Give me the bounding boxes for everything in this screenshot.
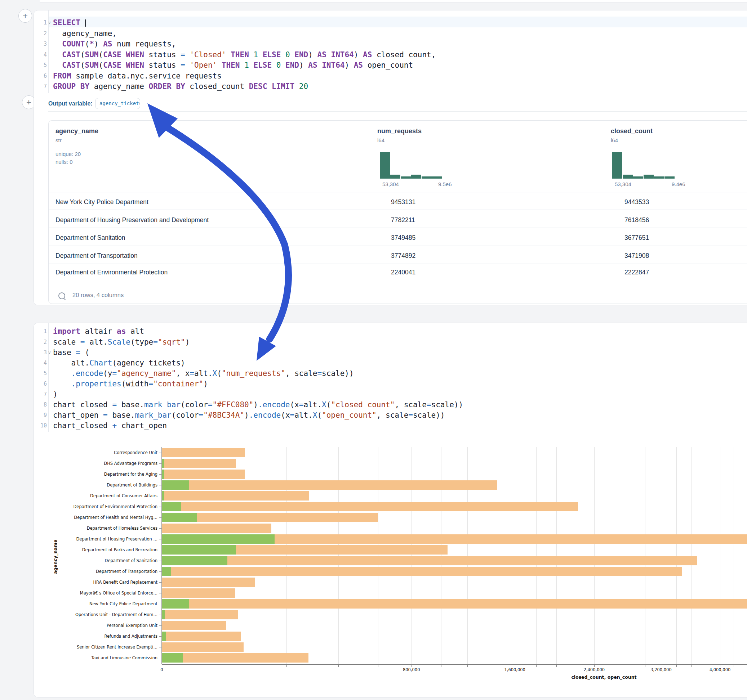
fold-caret-icon[interactable]: ∨ bbox=[48, 347, 51, 358]
histogram-bar bbox=[380, 152, 390, 179]
code-line[interactable]: base = ( bbox=[53, 347, 89, 358]
y-axis-label: Department of Consumer Affairs bbox=[34, 493, 157, 498]
line-number: 4 bbox=[34, 50, 47, 60]
column-type: str bbox=[56, 137, 62, 143]
y-axis-line bbox=[162, 447, 162, 664]
y-axis-label: Mayorâ€ s Office of Special Enforce… bbox=[34, 591, 157, 596]
gridline bbox=[576, 447, 576, 664]
histogram-bar bbox=[390, 175, 400, 179]
bar-open-count bbox=[162, 491, 164, 501]
row-divider bbox=[48, 228, 747, 228]
plus-icon: + bbox=[23, 11, 28, 21]
code-line[interactable]: CAST(SUM(CASE WHEN status = 'Closed' THE… bbox=[53, 50, 435, 60]
x-tick-label: 4,000,000 bbox=[700, 667, 740, 672]
column-stat: unique: 20 bbox=[56, 151, 81, 157]
code-line[interactable]: GROUP BY agency_name ORDER BY closed_cou… bbox=[53, 81, 308, 92]
code-line[interactable]: ) bbox=[53, 389, 57, 400]
table-cell-agency: New York City Police Department bbox=[56, 198, 148, 206]
row-divider bbox=[48, 281, 747, 281]
y-axis-label: Personal Exemption Unit bbox=[34, 623, 157, 628]
column-histogram bbox=[380, 152, 443, 179]
x-tick bbox=[515, 665, 515, 667]
gridline bbox=[556, 447, 557, 664]
histogram-bar bbox=[664, 177, 674, 179]
code-line[interactable]: .properties(width="container") bbox=[53, 379, 208, 389]
y-axis-label: Correspondence Unit bbox=[34, 450, 157, 455]
x-tick bbox=[576, 665, 576, 667]
line-number: 2 bbox=[34, 337, 47, 347]
y-axis-label: Department of Buildings bbox=[34, 483, 157, 487]
table-cell-value: 3774892 bbox=[391, 252, 416, 259]
x-tick bbox=[720, 665, 720, 667]
y-axis-label: Department of Health and Mental Hyg… bbox=[34, 515, 157, 520]
histogram-bar bbox=[612, 152, 622, 179]
x-tick bbox=[162, 665, 162, 667]
column-stat: nulls: 0 bbox=[56, 159, 73, 165]
previous-cell-edge bbox=[39, 0, 747, 3]
bar-open-count bbox=[162, 545, 236, 555]
gridline bbox=[286, 447, 287, 664]
bar-closed-count bbox=[162, 480, 497, 490]
y-axis-label: Department of Housing Preservation … bbox=[34, 537, 157, 542]
y-axis-label: New York City Police Department bbox=[34, 601, 157, 606]
bar-closed-count bbox=[162, 491, 309, 501]
bar-open-count bbox=[162, 610, 165, 619]
row-divider bbox=[48, 193, 747, 193]
line-number: 6 bbox=[34, 71, 47, 82]
table-cell-value: 3749485 bbox=[391, 234, 416, 241]
bar-open-count bbox=[162, 469, 164, 479]
histogram-min-label: 53,304 bbox=[382, 181, 399, 187]
y-axis-label: Department of Parks and Recreation bbox=[34, 547, 157, 552]
bar-open-count bbox=[162, 459, 164, 468]
bar-open-count bbox=[162, 653, 183, 662]
code-line[interactable]: chart_closed = base.mark_bar(color="#FFC… bbox=[53, 400, 463, 410]
histogram-bar bbox=[623, 175, 633, 179]
code-line[interactable]: import altair as alt bbox=[53, 326, 144, 337]
bar-open-count bbox=[162, 513, 197, 522]
code-line[interactable]: .encode(y="agency_name", x=alt.X("num_re… bbox=[53, 368, 354, 379]
table-cell-value: 3471908 bbox=[625, 252, 649, 259]
plus-icon: + bbox=[26, 97, 31, 107]
code-line[interactable]: COUNT(*) AS num_requests, bbox=[53, 39, 176, 50]
bar-closed-count bbox=[162, 599, 747, 608]
y-axis-label: Department for the Aging bbox=[34, 472, 157, 477]
fold-caret-icon[interactable]: ∨ bbox=[48, 18, 51, 29]
divider bbox=[48, 93, 747, 93]
gridline bbox=[338, 447, 339, 664]
line-number: 7 bbox=[34, 81, 47, 92]
line-number: 5 bbox=[34, 368, 47, 379]
output-variable-chip[interactable]: agency_tickets bbox=[95, 98, 140, 109]
code-line[interactable]: chart_closed + chart_open bbox=[53, 421, 167, 431]
table-cell-agency: Department of Transportation bbox=[56, 252, 138, 259]
code-line[interactable]: chart_open = base.mark_bar(color="#8BC34… bbox=[53, 410, 445, 421]
code-line[interactable]: agency_name, bbox=[53, 29, 117, 39]
row-divider bbox=[48, 210, 747, 210]
histogram-max-label: 9.4e6 bbox=[672, 181, 685, 187]
x-tick bbox=[691, 665, 692, 667]
gridline bbox=[378, 447, 378, 664]
histogram-bar bbox=[401, 177, 411, 179]
code-line[interactable]: SELECT bbox=[53, 18, 86, 29]
y-axis-label: Department of Sanitation bbox=[34, 558, 157, 563]
y-axis-label: Department of Transportation bbox=[34, 569, 157, 574]
y-axis-label: Taxi and Limousine Commission bbox=[34, 655, 157, 661]
y-axis-label: Department of Homeless Services bbox=[34, 526, 157, 531]
column-header: agency_name bbox=[56, 127, 98, 135]
table-cell-value: 7618456 bbox=[625, 216, 649, 224]
search-icon[interactable] bbox=[58, 293, 65, 299]
x-tick bbox=[594, 665, 594, 667]
code-line[interactable]: FROM sample_data.nyc.service_requests bbox=[53, 71, 222, 82]
histogram-bar bbox=[432, 177, 442, 179]
add-cell-button-top[interactable]: + bbox=[18, 9, 32, 23]
table-cell-value: 2222847 bbox=[625, 269, 649, 276]
code-line[interactable]: CAST(SUM(CASE WHEN status = 'Open' THEN … bbox=[53, 60, 413, 71]
bar-open-count bbox=[162, 534, 275, 544]
divider bbox=[48, 111, 747, 112]
code-line[interactable]: alt.Chart(agency_tickets) bbox=[53, 358, 185, 368]
gridline bbox=[661, 447, 661, 664]
bar-closed-count bbox=[162, 643, 243, 652]
table-cell-value: 3677651 bbox=[625, 234, 649, 241]
gridline bbox=[691, 447, 692, 664]
code-line[interactable]: scale = alt.Scale(type="sqrt") bbox=[53, 337, 189, 347]
table-cell-agency: Department of Environmental Protection bbox=[56, 269, 168, 276]
